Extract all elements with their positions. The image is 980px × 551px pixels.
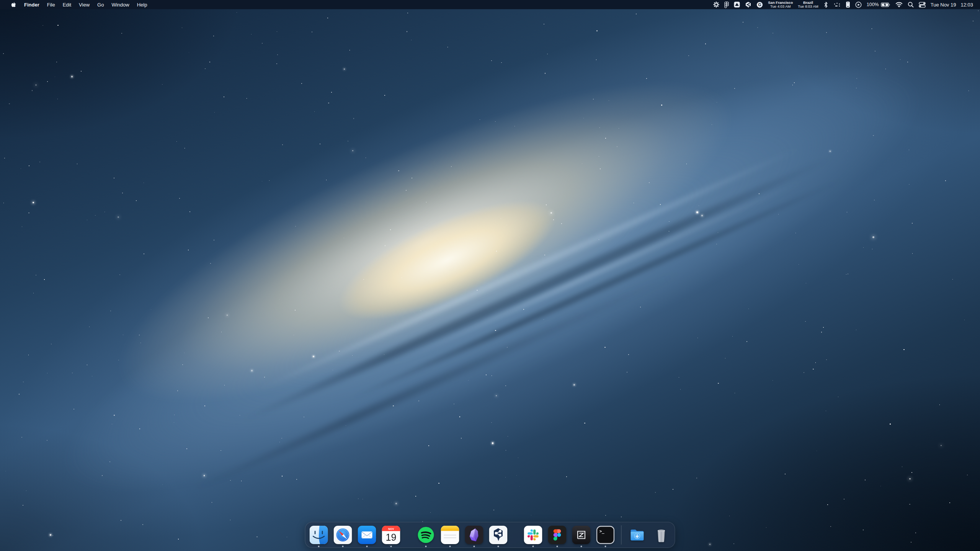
world-clock-brazil[interactable]: Brazil Tue 8:03 AM: [798, 1, 818, 8]
menubar-clock[interactable]: Tue Nov 19 12:03: [931, 2, 973, 8]
zed-icon: [572, 526, 591, 544]
running-indicator: [449, 546, 451, 547]
menubar-time: 12:03: [960, 2, 973, 8]
dock-item-terminal[interactable]: >_: [596, 526, 615, 544]
slack-icon: [524, 526, 542, 544]
battery-percent: 100%: [867, 2, 879, 7]
running-indicator: [532, 546, 534, 547]
running-indicator: [342, 546, 344, 547]
triangle-app-icon[interactable]: [734, 0, 740, 9]
svg-text:>_: >_: [599, 529, 604, 534]
dock-item-zed[interactable]: [572, 526, 591, 544]
menu-go[interactable]: Go: [93, 0, 108, 9]
dots-icon[interactable]: [833, 0, 841, 9]
app-menu-finder[interactable]: Finder: [20, 0, 43, 9]
apple-menu[interactable]: [7, 0, 20, 9]
notes-icon: [441, 526, 459, 544]
running-indicator: [366, 546, 368, 547]
battery-icon: [881, 2, 890, 8]
dock-item-figma[interactable]: [548, 526, 567, 544]
menu-file[interactable]: File: [43, 0, 59, 9]
svg-text:NOV: NOV: [388, 528, 394, 530]
dock-item-safari[interactable]: [334, 526, 352, 544]
running-indicator: [581, 546, 582, 547]
dock-spacer: [406, 526, 411, 544]
figma-icon[interactable]: [724, 0, 729, 9]
dock-item-obsidian[interactable]: [465, 526, 483, 544]
battery-indicator[interactable]: 100%: [867, 2, 890, 8]
desktop: Finder File Edit View Go Window Help: [0, 0, 980, 551]
svg-text:G: G: [758, 2, 761, 7]
bluetooth-icon[interactable]: [823, 0, 828, 9]
dock-item-finder[interactable]: [310, 526, 328, 544]
wallpaper-galaxy: [0, 0, 980, 551]
dock-item-notes[interactable]: [441, 526, 459, 544]
grammarly-icon[interactable]: G: [756, 0, 763, 9]
spotify-icon: [417, 526, 435, 544]
dock-item-hexagon-chat[interactable]: [489, 526, 508, 544]
dock: NOV 19: [305, 522, 675, 548]
mail-icon: [358, 526, 376, 544]
running-indicator: [318, 546, 320, 547]
dock-item-mail[interactable]: [358, 526, 376, 544]
obsidian-icon: [465, 526, 483, 544]
svg-text:19: 19: [386, 532, 397, 543]
downloads-folder-icon: [628, 526, 647, 544]
dock-item-slack[interactable]: [524, 526, 542, 544]
dock-item-calendar[interactable]: NOV 19: [382, 526, 400, 544]
flower-icon[interactable]: [713, 0, 719, 9]
figma-icon: [548, 526, 567, 544]
hexagon-chat-icon[interactable]: [745, 0, 751, 9]
wifi-icon[interactable]: [895, 0, 903, 9]
menubar-date: Tue Nov 19: [931, 2, 956, 8]
world-clock-san-francisco[interactable]: San Francisco Tue 4:03 AM: [768, 1, 793, 8]
iphone-mirroring-icon[interactable]: [846, 0, 850, 9]
running-indicator: [474, 546, 475, 547]
now-playing-icon[interactable]: [855, 0, 862, 9]
running-indicator: [498, 546, 499, 547]
dock-item-trash[interactable]: [652, 526, 671, 544]
dock-divider: [621, 525, 622, 544]
menu-edit[interactable]: Edit: [59, 0, 75, 9]
spotlight-icon[interactable]: [908, 0, 914, 9]
running-indicator: [605, 546, 606, 547]
menu-window[interactable]: Window: [108, 0, 133, 9]
star-field: [0, 0, 980, 551]
dock-item-spotify[interactable]: [417, 526, 435, 544]
terminal-icon: >_: [596, 526, 615, 544]
calendar-icon: NOV 19: [382, 526, 400, 544]
dock-item-downloads[interactable]: [628, 526, 647, 544]
menu-view[interactable]: View: [75, 0, 93, 9]
apple-icon: [11, 2, 16, 8]
finder-icon: [310, 526, 328, 544]
menu-help[interactable]: Help: [133, 0, 151, 9]
menu-bar: Finder File Edit View Go Window Help: [0, 0, 980, 9]
running-indicator: [390, 546, 392, 547]
control-center-icon[interactable]: [919, 0, 926, 9]
safari-icon: [334, 526, 352, 544]
running-indicator: [425, 546, 427, 547]
trash-icon: [652, 526, 671, 544]
hexagon-chat-icon: [489, 526, 508, 544]
dock-spacer: [513, 526, 518, 544]
running-indicator: [557, 546, 558, 547]
